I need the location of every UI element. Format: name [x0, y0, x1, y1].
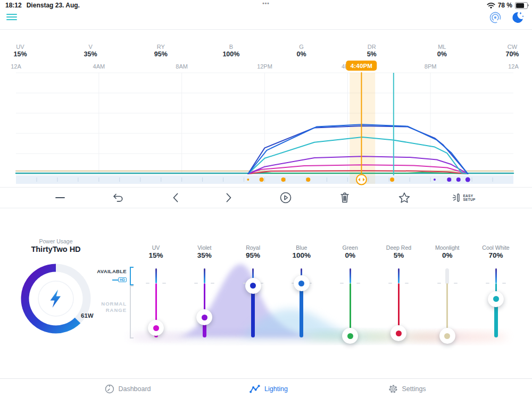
multitask-handle: ••• [0, 1, 532, 6]
moon-icon[interactable] [511, 11, 525, 24]
favorite-star-button[interactable] [398, 192, 411, 204]
channel-summary-ml: ML0% [437, 44, 447, 58]
settings-gear-icon [388, 384, 398, 394]
header-divider [0, 29, 532, 30]
chevron-left-icon[interactable] [172, 192, 179, 203]
channel-summary-cw: CW70% [505, 44, 519, 58]
hd-track-segment [204, 268, 205, 283]
schedule-point[interactable] [466, 177, 470, 182]
slider-name: Blue [278, 244, 326, 251]
thumb-dot [153, 325, 159, 331]
channel-summary-ry: RY95% [154, 44, 168, 58]
channel-percent: 5% [367, 50, 377, 58]
thumb-dot [347, 333, 353, 339]
play-preview-button[interactable] [279, 191, 292, 204]
channel-abbr: V [84, 44, 97, 50]
slider-thumb[interactable] [390, 325, 406, 341]
slider-name: Violet [180, 244, 228, 251]
hd-track-segment [155, 268, 157, 283]
slider-deep-red: Deep Red5% [375, 238, 422, 351]
current-time-badge[interactable]: 4:40PM [346, 61, 377, 71]
wifi-icon [487, 2, 495, 9]
slider-thumb[interactable] [342, 328, 358, 344]
app-screen: 18:12 Dienstag 23. Aug. ••• 78 % U [0, 0, 532, 398]
slider-percent: 95% [229, 251, 277, 259]
schedule-point[interactable] [434, 179, 436, 181]
threshold-dash [162, 283, 166, 284]
schedule-point[interactable] [456, 177, 461, 182]
threshold-dash [437, 283, 441, 284]
channel-percent: 15% [13, 50, 27, 58]
slider-name: Deep Red [375, 244, 422, 251]
slider-thumb[interactable] [488, 291, 504, 307]
threshold-dash [146, 283, 149, 284]
channel-summary-uv: UV15% [13, 44, 27, 58]
channel-summary-dr: DR5% [367, 44, 377, 58]
thumb-dot [444, 333, 450, 339]
schedule-point[interactable] [447, 177, 451, 182]
slider-thumb[interactable] [439, 328, 455, 344]
channel-abbr: DR [367, 44, 377, 50]
slider-name: Cool White [472, 244, 520, 251]
chevron-right-icon[interactable] [226, 192, 232, 203]
lighting-chart-icon [250, 384, 261, 393]
schedule-point[interactable] [247, 179, 249, 181]
nav-dashboard[interactable]: Dashboard [104, 384, 151, 394]
channel-summary-row: UV15%V35%RY95%B100%G0%DR5%ML0%CW70% [0, 44, 532, 60]
nav-lighting[interactable]: Lighting [250, 384, 288, 393]
hd-track-segment [398, 268, 400, 283]
schedule-point[interactable] [260, 177, 264, 182]
bottom-nav: Dashboard Lighting Settings [0, 378, 532, 398]
nav-settings[interactable]: Settings [388, 384, 426, 394]
thumb-dot [493, 296, 499, 302]
schedule-point[interactable] [281, 177, 286, 182]
channel-abbr: G [297, 44, 306, 50]
slider-thumb[interactable] [196, 309, 212, 325]
channel-summary-b: B100% [222, 44, 239, 58]
zoom-out-button[interactable] [55, 192, 65, 203]
threshold-dash [405, 283, 409, 284]
hd-track-segment [495, 268, 497, 283]
status-bar: 18:12 Dienstag 23. Aug. ••• 78 % [0, 0, 532, 12]
slider-name: UV [132, 244, 180, 251]
channel-sliders: UV15%Violet35%Royal95%Blue100%Green0%Dee… [0, 238, 532, 352]
slider-thumb[interactable] [294, 275, 310, 291]
schedule-point[interactable] [306, 177, 310, 182]
channel-percent: 70% [505, 50, 519, 58]
channel-abbr: RY [154, 44, 168, 50]
thumb-dot [202, 315, 207, 320]
battery-icon [515, 2, 528, 9]
channel-abbr: CW [505, 44, 519, 50]
threshold-dash [454, 283, 458, 284]
channel-summary-v: V35% [84, 44, 97, 58]
delete-button[interactable] [339, 192, 350, 204]
threshold-dash [502, 283, 506, 284]
slider-percent: 15% [132, 251, 180, 259]
easy-setup-button[interactable]: EASY SETUP [452, 193, 475, 202]
channel-percent: 0% [437, 50, 447, 58]
hamburger-menu-icon[interactable] [6, 14, 17, 21]
dashboard-gauge-icon [104, 384, 114, 394]
slider-moonlight: Moonlight0% [423, 238, 471, 351]
undo-button[interactable] [112, 192, 124, 203]
threshold-dash [388, 283, 392, 284]
slider-name: Green [326, 244, 374, 251]
slider-name: Royal [229, 244, 277, 251]
slider-thumb[interactable] [148, 320, 164, 336]
schedule-toolbar: EASY SETUP [0, 187, 532, 208]
slider-percent: 0% [423, 251, 471, 259]
schedule-chart [0, 69, 532, 186]
slider-percent: 0% [326, 251, 374, 259]
broadcast-icon[interactable] [488, 11, 502, 24]
slider-blue: Blue100% [278, 238, 326, 351]
slider-green: Green0% [326, 238, 374, 351]
slider-percent: 70% [472, 251, 520, 259]
channel-summary-g: G0% [297, 44, 306, 58]
time-scrubber-handle[interactable] [356, 175, 367, 185]
track-fill[interactable] [300, 283, 303, 337]
channel-percent: 35% [84, 50, 97, 58]
slider-thumb[interactable] [245, 278, 261, 294]
threshold-dash [194, 283, 198, 284]
schedule-point[interactable] [390, 177, 394, 182]
slider-percent: 5% [375, 251, 422, 259]
